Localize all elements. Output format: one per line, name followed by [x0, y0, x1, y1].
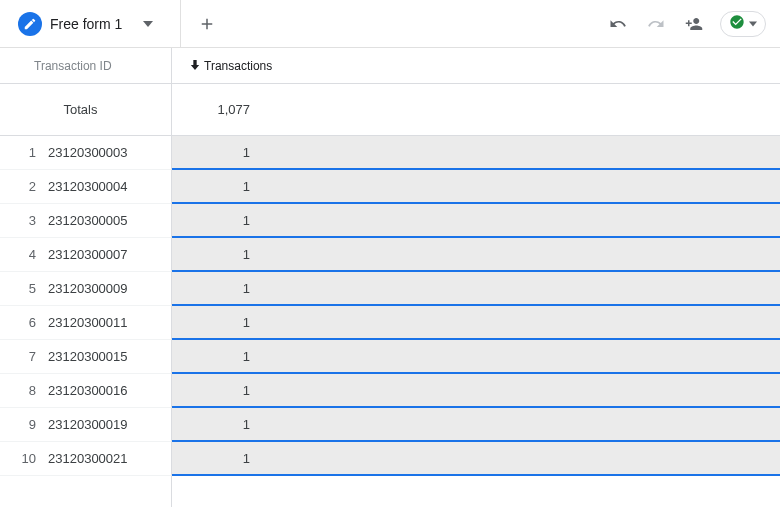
table-row-metric: 1	[172, 238, 780, 272]
table-row-dimension[interactable]: 723120300015	[0, 340, 172, 374]
metric-value: 1	[243, 145, 250, 160]
transaction-id: 23120300007	[48, 247, 128, 262]
metric-value: 1	[243, 451, 250, 466]
transaction-id: 23120300021	[48, 451, 128, 466]
metric-value: 1	[243, 349, 250, 364]
dimension-header-label: Transaction ID	[34, 59, 112, 73]
metric-header[interactable]: Transactions	[172, 48, 780, 84]
chevron-down-icon[interactable]	[136, 12, 160, 36]
row-index: 8	[0, 383, 48, 398]
empty-area	[0, 476, 780, 507]
table-row-dimension[interactable]: 623120300011	[0, 306, 172, 340]
table-row-dimension[interactable]: 823120300016	[0, 374, 172, 408]
add-tab-button[interactable]	[191, 8, 223, 40]
toolbar-actions	[606, 11, 772, 37]
person-add-icon	[685, 15, 703, 33]
metric-value: 1	[243, 315, 250, 330]
row-index: 6	[0, 315, 48, 330]
table-row-metric: 1	[172, 306, 780, 340]
table-row-dimension[interactable]: 523120300009	[0, 272, 172, 306]
table-row-dimension[interactable]: 923120300019	[0, 408, 172, 442]
totals-value: 1,077	[217, 102, 250, 117]
report-tab[interactable]: Free form 1	[8, 6, 170, 42]
row-index: 5	[0, 281, 48, 296]
table-row-dimension[interactable]: 423120300007	[0, 238, 172, 272]
metric-value: 1	[243, 417, 250, 432]
row-index: 3	[0, 213, 48, 228]
row-index: 9	[0, 417, 48, 432]
row-index: 10	[0, 451, 48, 466]
metric-header-label: Transactions	[204, 59, 272, 73]
transaction-id: 23120300004	[48, 179, 128, 194]
totals-label-cell: Totals	[0, 84, 172, 136]
table-row-dimension[interactable]: 1023120300021	[0, 442, 172, 476]
table-row-metric: 1	[172, 442, 780, 476]
dimension-header[interactable]: Transaction ID	[0, 48, 172, 84]
table-row-metric: 1	[172, 170, 780, 204]
redo-icon	[647, 15, 665, 33]
check-circle-icon	[729, 14, 745, 33]
table-row-metric: 1	[172, 272, 780, 306]
metric-value: 1	[243, 213, 250, 228]
undo-button[interactable]	[606, 12, 630, 36]
table-row-metric: 1	[172, 374, 780, 408]
table-row-dimension[interactable]: 123120300003	[0, 136, 172, 170]
toolbar: Free form 1	[0, 0, 780, 48]
share-button[interactable]	[682, 12, 706, 36]
transaction-id: 23120300011	[48, 315, 128, 330]
chevron-down-icon	[749, 16, 757, 31]
undo-icon	[609, 15, 627, 33]
transaction-id: 23120300009	[48, 281, 128, 296]
row-index: 1	[0, 145, 48, 160]
transaction-id: 23120300005	[48, 213, 128, 228]
table-row-metric: 1	[172, 340, 780, 374]
metric-value: 1	[243, 179, 250, 194]
status-pill[interactable]	[720, 11, 766, 37]
divider	[180, 0, 181, 48]
data-table: Transaction ID Transactions Totals 1,077…	[0, 48, 780, 507]
pencil-icon	[18, 12, 42, 36]
row-index: 2	[0, 179, 48, 194]
redo-button[interactable]	[644, 12, 668, 36]
totals-value-cell: 1,077	[172, 84, 780, 136]
tab-label: Free form 1	[50, 16, 122, 32]
table-row-metric: 1	[172, 408, 780, 442]
totals-label: Totals	[64, 102, 98, 117]
row-index: 4	[0, 247, 48, 262]
table-row-metric: 1	[172, 136, 780, 170]
transaction-id: 23120300016	[48, 383, 128, 398]
metric-value: 1	[243, 383, 250, 398]
row-index: 7	[0, 349, 48, 364]
table-row-metric: 1	[172, 204, 780, 238]
transaction-id: 23120300019	[48, 417, 128, 432]
metric-value: 1	[243, 247, 250, 262]
transaction-id: 23120300003	[48, 145, 128, 160]
table-row-dimension[interactable]: 223120300004	[0, 170, 172, 204]
table-row-dimension[interactable]: 323120300005	[0, 204, 172, 238]
arrow-down-icon	[190, 59, 200, 73]
metric-value: 1	[243, 281, 250, 296]
transaction-id: 23120300015	[48, 349, 128, 364]
